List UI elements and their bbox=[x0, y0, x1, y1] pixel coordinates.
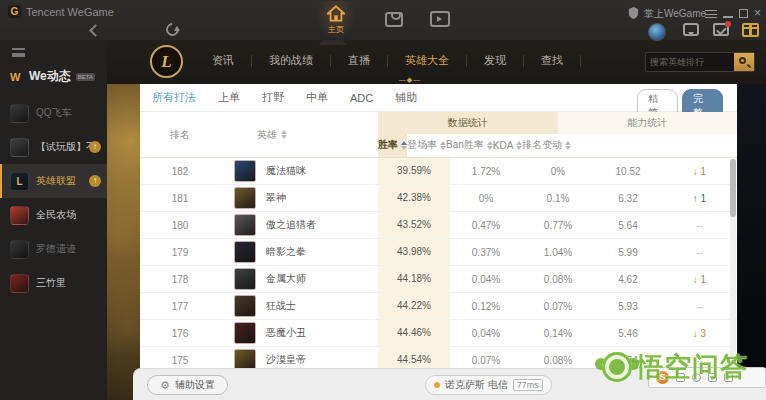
hero-name[interactable]: 傲之追猎者 bbox=[266, 218, 316, 232]
kda-cell: 4.62 bbox=[594, 274, 662, 285]
scrollbar-thumb[interactable] bbox=[730, 159, 736, 217]
stat-column-header[interactable]: KDA bbox=[493, 134, 523, 157]
table-scrollbar[interactable] bbox=[730, 159, 736, 368]
user-avatar[interactable] bbox=[648, 23, 666, 41]
hero-portrait[interactable] bbox=[234, 241, 256, 263]
role-filter-link[interactable]: 辅助 bbox=[395, 90, 417, 105]
hero-name[interactable]: 狂战士 bbox=[266, 299, 296, 313]
role-filter-link[interactable]: 上单 bbox=[218, 90, 240, 105]
background-dark-art bbox=[737, 40, 766, 400]
banrate-cell: 0.1% bbox=[522, 193, 594, 204]
user-label[interactable]: 掌上WeGame bbox=[644, 7, 706, 21]
notification-dot bbox=[725, 21, 731, 27]
hero-portrait[interactable] bbox=[234, 349, 256, 368]
home-button[interactable]: 主页 bbox=[316, 1, 356, 39]
ime-tool-icon[interactable] bbox=[676, 373, 685, 382]
sidebar-game-item[interactable]: 三竹里 ↑ bbox=[0, 266, 107, 300]
lol-logo-icon[interactable]: L bbox=[150, 45, 183, 78]
winrate-cell: 44.54% bbox=[378, 347, 450, 368]
maximize-icon[interactable] bbox=[739, 9, 748, 18]
hero-column-header[interactable]: 英雄 bbox=[220, 112, 378, 157]
hero-portrait[interactable] bbox=[234, 160, 256, 182]
rank-change-cell: ↓↑-- bbox=[662, 247, 737, 258]
back-icon[interactable] bbox=[88, 24, 100, 36]
game-tab[interactable]: 资讯 bbox=[195, 53, 251, 68]
winrate-cell: 44.18% bbox=[378, 266, 450, 292]
game-tab[interactable]: 发现 bbox=[467, 53, 523, 68]
stat-column-header[interactable]: Ban胜率 bbox=[446, 134, 493, 157]
hero-name[interactable]: 翠神 bbox=[266, 191, 286, 205]
hero-table-row[interactable]: 179 暗影之拳 43.98% 0.37% 1.04% 5.99 ↓↑-- bbox=[140, 239, 737, 266]
stat-column-header[interactable]: 排名变动 bbox=[522, 134, 571, 157]
sidebar-game-item[interactable]: 全民农场 ↑ bbox=[0, 198, 107, 232]
app-title: Tencent WeGame bbox=[26, 6, 114, 18]
hero-name[interactable]: 恶魔小丑 bbox=[266, 326, 306, 340]
game-tab[interactable]: 我的战绩 bbox=[252, 53, 330, 68]
stat-column-label: 排名变动 bbox=[522, 138, 562, 152]
ime-keyboard-icon[interactable] bbox=[724, 373, 733, 382]
video-icon[interactable] bbox=[430, 11, 450, 27]
hero-name[interactable]: 沙漠皇帝 bbox=[266, 353, 306, 367]
kda-cell: 6.32 bbox=[594, 193, 662, 204]
store-icon[interactable] bbox=[385, 12, 403, 27]
hero-name[interactable]: 金属大师 bbox=[266, 272, 306, 286]
gift-icon[interactable] bbox=[742, 23, 759, 37]
hero-table-row[interactable]: 181 翠神 42.38% 0% 0.1% 6.32 ↓↑-- 1 bbox=[140, 185, 737, 212]
hero-table-row[interactable]: 178 金属大师 44.18% 0.04% 0.08% 4.62 ↓↑-- 1 bbox=[140, 266, 737, 293]
stat-column-label: 登场率 bbox=[407, 138, 437, 152]
hero-header-label: 英雄 bbox=[257, 128, 277, 142]
stat-column-header[interactable]: 胜率 bbox=[378, 134, 407, 157]
hero-table-row[interactable]: 176 恶魔小丑 44.46% 0.04% 0.14% 5.46 ↓↑-- 3 bbox=[140, 320, 737, 347]
gear-icon: ⚙ bbox=[160, 380, 170, 391]
ime-emoji-icon[interactable] bbox=[692, 373, 701, 382]
search-input[interactable] bbox=[646, 53, 734, 71]
rank-column-header[interactable]: 排名 bbox=[140, 112, 220, 157]
sidebar-game-item[interactable]: 罗德遗迹 ↑ bbox=[0, 232, 107, 266]
server-status-pill[interactable]: 诺克萨斯 电信 77ms bbox=[425, 375, 552, 395]
hero-portrait[interactable] bbox=[234, 214, 256, 236]
sidebar-collapse-icon[interactable] bbox=[12, 48, 25, 57]
mail-icon[interactable] bbox=[713, 23, 729, 36]
hero-portrait[interactable] bbox=[234, 322, 256, 344]
hero-table-row[interactable]: 177 狂战士 44.22% 0.12% 0.07% 5.93 ↓↑-- bbox=[140, 293, 737, 320]
role-filter-link[interactable]: 打野 bbox=[262, 90, 284, 105]
stats-group-tab[interactable]: 能力统计 bbox=[558, 112, 738, 134]
tab-separator bbox=[580, 55, 581, 67]
hero-name[interactable]: 暗影之拳 bbox=[266, 245, 306, 259]
role-filter-link[interactable]: ADC bbox=[350, 92, 373, 104]
hero-table-row[interactable]: 182 魔法猫咪 39.59% 1.72% 0% 10.52 ↓↑-- 1 bbox=[140, 158, 737, 185]
sidebar-game-item[interactable]: QQ飞车 ↑ bbox=[0, 96, 107, 130]
hero-portrait[interactable] bbox=[234, 268, 256, 290]
search-button[interactable] bbox=[734, 53, 754, 71]
hero-table-row[interactable]: 180 傲之追猎者 43.52% 0.47% 0.77% 5.64 ↓↑-- bbox=[140, 212, 737, 239]
hero-portrait[interactable] bbox=[234, 187, 256, 209]
menu-icon[interactable] bbox=[705, 10, 717, 18]
stats-header-block: 数据统计 能力统计 胜率 登场率 bbox=[378, 112, 737, 157]
close-icon[interactable]: × bbox=[754, 7, 761, 19]
stat-column-header[interactable]: 登场率 bbox=[407, 134, 446, 157]
winrate-cell: 44.46% bbox=[378, 320, 450, 346]
role-filter-link[interactable]: 所有打法 bbox=[152, 90, 196, 105]
hero-table-row[interactable]: 175 沙漠皇帝 44.54% 0.07% 0.08% 5.74 ↓↑-- bbox=[140, 347, 737, 368]
ime-mic-icon[interactable] bbox=[708, 373, 717, 382]
stats-group-tab[interactable]: 数据统计 bbox=[378, 112, 558, 134]
rank-change-cell: ↓↑-- 3 bbox=[662, 328, 737, 339]
game-tab[interactable]: 直播 bbox=[331, 53, 387, 68]
banrate-cell: 0.77% bbox=[522, 220, 594, 231]
sidebar-game-item[interactable]: L 英雄联盟 ↑ bbox=[0, 164, 107, 198]
hero-portrait[interactable] bbox=[234, 295, 256, 317]
sort-icon bbox=[281, 130, 287, 139]
rank-cell: 179 bbox=[140, 247, 220, 258]
no-change-icon: -- bbox=[696, 220, 703, 231]
game-tab[interactable]: 查找 bbox=[524, 53, 580, 68]
ime-logo-icon[interactable]: S bbox=[656, 371, 669, 384]
minimize-icon[interactable] bbox=[723, 16, 733, 18]
assist-settings-button[interactable]: ⚙ 辅助设置 bbox=[147, 375, 228, 395]
game-tab[interactable]: 英雄大全 bbox=[388, 53, 466, 68]
refresh-icon[interactable] bbox=[163, 20, 181, 38]
ime-toolbar[interactable]: S bbox=[648, 367, 766, 388]
sidebar-game-item[interactable]: 【试玩版】不… ↑ bbox=[0, 130, 107, 164]
role-filter-link[interactable]: 中单 bbox=[306, 90, 328, 105]
hero-name[interactable]: 魔法猫咪 bbox=[266, 164, 306, 178]
chat-icon[interactable] bbox=[683, 23, 699, 36]
